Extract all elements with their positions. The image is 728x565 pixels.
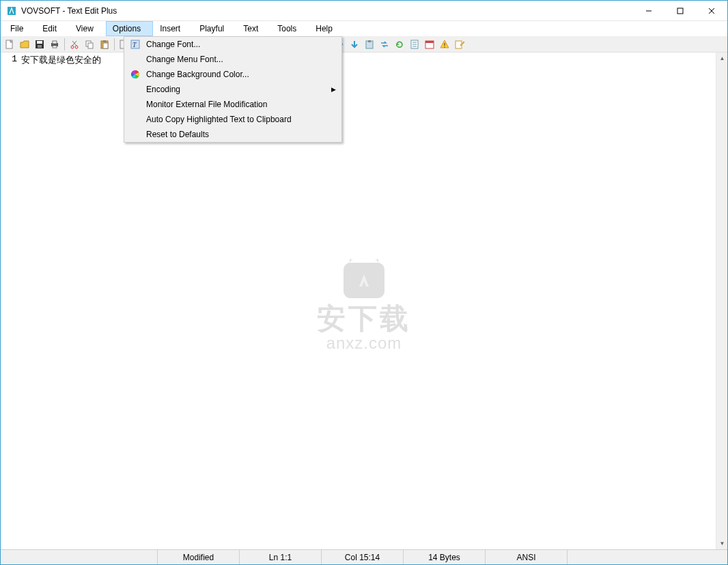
window-controls xyxy=(633,1,727,21)
new-file-icon[interactable] xyxy=(2,37,17,52)
minimize-button[interactable] xyxy=(633,1,664,21)
menu-item-label: Change Menu Font... xyxy=(146,55,223,64)
svg-rect-10 xyxy=(53,41,57,44)
status-line: Ln 1:1 xyxy=(240,550,322,564)
arrow-down-icon[interactable] xyxy=(347,37,362,52)
menu-help[interactable]: Help xyxy=(309,21,345,36)
print-icon[interactable] xyxy=(47,37,62,52)
status-filler xyxy=(568,550,727,564)
paste-icon[interactable] xyxy=(97,37,112,52)
menu-item-label: Reset to Defaults xyxy=(146,130,209,139)
svg-point-15 xyxy=(75,46,78,48)
svg-rect-11 xyxy=(53,46,57,48)
menu-text[interactable]: Text xyxy=(236,21,270,36)
menu-bar: File Edit View Options Insert Playful Te… xyxy=(1,21,727,36)
blank-icon xyxy=(128,84,142,95)
options-dropdown: T Change Font... Change Menu Font... Cha… xyxy=(124,36,342,143)
menu-playful[interactable]: Playful xyxy=(193,21,236,36)
line-number-gutter: 1 xyxy=(1,53,20,549)
menu-reset-defaults[interactable]: Reset to Defaults xyxy=(124,127,341,142)
window-title: VOVSOFT - Text Edit Plus xyxy=(21,6,117,16)
menu-item-label: Encoding xyxy=(146,85,180,94)
vertical-scrollbar[interactable]: ▲ ▼ xyxy=(716,53,727,549)
svg-rect-19 xyxy=(103,40,106,42)
menu-insert[interactable]: Insert xyxy=(153,21,193,36)
menu-view[interactable]: View xyxy=(69,21,106,36)
title-bar: VOVSOFT - Text Edit Plus xyxy=(1,1,727,21)
toolbar-separator xyxy=(114,38,115,50)
svg-point-14 xyxy=(71,46,74,48)
replace-icon[interactable] xyxy=(377,37,392,52)
blank-icon xyxy=(128,99,142,110)
menu-file[interactable]: File xyxy=(3,21,36,36)
blank-icon xyxy=(128,114,142,125)
menu-encoding[interactable]: Encoding ▶ xyxy=(124,82,341,97)
svg-rect-17 xyxy=(88,43,93,48)
menu-change-background-color[interactable]: Change Background Color... xyxy=(124,67,341,82)
svg-rect-20 xyxy=(103,43,108,48)
status-col: Col 15:14 xyxy=(322,550,404,564)
editor-line-content: 安下载是绿色安全的 xyxy=(21,55,101,65)
copy-icon[interactable] xyxy=(82,37,97,52)
status-bar: Modified Ln 1:1 Col 15:14 14 Bytes ANSI xyxy=(1,549,727,564)
menu-change-font[interactable]: T Change Font... xyxy=(124,37,341,52)
close-button[interactable] xyxy=(696,1,727,21)
menu-options[interactable]: Options xyxy=(106,21,153,36)
scroll-down-arrow-icon[interactable]: ▼ xyxy=(716,538,728,549)
svg-rect-8 xyxy=(38,45,42,48)
clipboard-icon[interactable] xyxy=(362,37,377,52)
menu-tools[interactable]: Tools xyxy=(270,21,309,36)
open-file-icon[interactable] xyxy=(17,37,32,52)
svg-point-50 xyxy=(444,46,445,47)
app-icon xyxy=(6,5,17,16)
document-icon[interactable] xyxy=(407,37,422,52)
status-modified: Modified xyxy=(158,550,240,564)
blank-icon xyxy=(128,129,142,140)
cut-icon[interactable] xyxy=(67,37,82,52)
status-empty xyxy=(1,550,158,564)
svg-rect-7 xyxy=(37,41,42,44)
status-encoding: ANSI xyxy=(486,550,568,564)
maximize-button[interactable] xyxy=(664,1,696,21)
toolbar xyxy=(1,36,727,53)
refresh-icon[interactable] xyxy=(392,37,407,52)
menu-monitor-external[interactable]: Monitor External File Modification xyxy=(124,97,341,112)
svg-rect-48 xyxy=(425,41,434,43)
menu-item-label: Change Font... xyxy=(146,40,200,49)
editor-area: 1 安下载是绿色安全的 ▲ ▼ 安下载 anxz.com xyxy=(1,53,727,549)
menu-auto-copy[interactable]: Auto Copy Highlighted Text to Clipboard xyxy=(124,112,341,127)
line-number: 1 xyxy=(1,54,17,64)
scroll-up-arrow-icon[interactable]: ▲ xyxy=(716,53,728,64)
edit-icon[interactable] xyxy=(452,37,467,52)
color-wheel-icon xyxy=(128,69,142,80)
svg-rect-42 xyxy=(368,40,371,42)
menu-change-menu-font[interactable]: Change Menu Font... xyxy=(124,52,341,67)
menu-item-label: Monitor External File Modification xyxy=(146,100,267,109)
font-icon: T xyxy=(128,39,142,50)
menu-item-label: Auto Copy Highlighted Text to Clipboard xyxy=(146,115,292,124)
submenu-arrow-icon: ▶ xyxy=(331,86,336,93)
warning-icon[interactable] xyxy=(437,37,452,52)
blank-icon xyxy=(128,54,142,65)
menu-item-label: Change Background Color... xyxy=(146,70,249,79)
status-bytes: 14 Bytes xyxy=(404,550,486,564)
save-icon[interactable] xyxy=(32,37,47,52)
menu-edit[interactable]: Edit xyxy=(36,21,69,36)
svg-rect-2 xyxy=(677,8,683,14)
toolbar-separator xyxy=(64,38,65,50)
calendar-icon[interactable] xyxy=(422,37,437,52)
